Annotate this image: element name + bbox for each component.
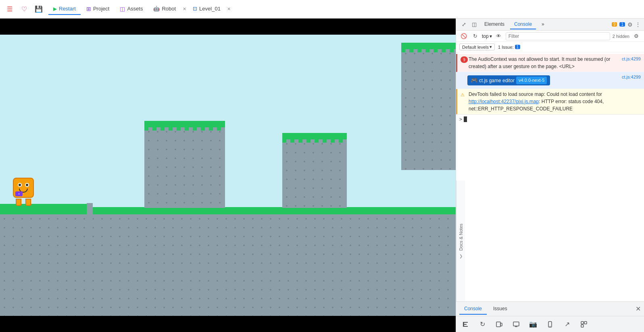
svg-rect-7	[515, 326, 517, 327]
tab-restart[interactable]: ▶ Restart	[48, 3, 81, 15]
restart-play-icon: ▶	[53, 6, 57, 12]
tab-level01-label: Level_01	[199, 6, 221, 12]
devtools-expand-icon[interactable]: ⤢	[459, 20, 468, 29]
tab-restart-label: Restart	[59, 6, 76, 12]
robot-leg-right	[25, 199, 31, 206]
ctjs-badge-text: ct.js game editor	[479, 77, 515, 84]
tab-elements[interactable]: Elements	[480, 20, 509, 29]
robot-leg-left	[16, 199, 21, 206]
devtools-bottom-icons: ↻ 📷 ↗	[456, 316, 644, 332]
ctjs-source[interactable]: ct.js:4299	[619, 74, 641, 81]
bottom-icon-more[interactable]	[579, 320, 588, 329]
bottom-icon-device-mode[interactable]	[495, 320, 504, 329]
svg-rect-3	[464, 326, 468, 327]
black-bar-top	[0, 19, 456, 35]
console-message-ctjs: 🎮 ct.js game editor v4.0.0-next-5 ct.js:…	[456, 72, 644, 89]
bottom-tab-console[interactable]: Console	[459, 303, 487, 315]
devtools-top-tabs: ⤢ ◫ Elements Console » 9 1 ⚙ ⋮	[456, 19, 644, 31]
robot-eye-left	[18, 183, 22, 187]
top-dropdown-arrow: ▾	[490, 33, 492, 39]
error-source[interactable]: ct.js:4299	[619, 56, 641, 62]
tab-group: ▶ Restart ⊞ Project ◫ Assets 🤖 Robot ✕ ⊡…	[48, 3, 232, 15]
svg-point-9	[550, 326, 550, 327]
warn-link[interactable]: http://localhost:42237/pixi.js.map	[469, 99, 539, 104]
svg-rect-6	[513, 322, 519, 326]
issue-badge: 1 Issue: 1	[498, 45, 520, 50]
tab-robot[interactable]: 🤖 Robot	[148, 3, 181, 15]
ctjs-badge-version: v4.0.0-next-5	[516, 77, 547, 84]
ctjs-message-content: 🎮 ct.js game editor v4.0.0-next-5	[467, 74, 619, 87]
top-dropdown[interactable]: top ▾	[482, 33, 492, 39]
default-levels-label: Default levels	[462, 45, 489, 50]
bottom-icon-refresh[interactable]: ↻	[478, 320, 487, 329]
robot-body: +	[13, 178, 34, 198]
error-message-text: The AudioContext was not allowed to star…	[469, 56, 619, 70]
default-levels-arrow: ▾	[490, 44, 492, 50]
info-badge: 1	[619, 22, 625, 27]
platform4	[401, 43, 456, 170]
tab-project[interactable]: ⊞ Project	[81, 3, 114, 15]
platform3	[282, 133, 347, 208]
tab-console[interactable]: Console	[510, 20, 536, 29]
bottom-icon-phone[interactable]	[546, 320, 554, 329]
save-button[interactable]: 💾	[32, 3, 45, 16]
error-icon: 9	[461, 56, 469, 63]
devtools-console-toolbar: 🚫 ↻ top ▾ 👁 2 hidden ⚙	[456, 31, 644, 42]
devtools-toolbar2: Default levels ▾ 1 Issue: 1	[456, 42, 644, 52]
tab-more[interactable]: »	[538, 20, 548, 29]
bottom-icon-inspect[interactable]	[461, 320, 470, 329]
devtools-bottom-tabs: Console Issues ✕	[456, 301, 644, 316]
console-messages[interactable]: 9 The AudioContext was not allowed to st…	[456, 52, 644, 181]
hidden-badge: 2 hidden	[613, 34, 629, 39]
svg-rect-5	[500, 323, 502, 326]
platform1-right-wall	[87, 203, 93, 231]
hamburger-button[interactable]: ☰	[3, 3, 16, 16]
tab-project-label: Project	[93, 6, 109, 12]
refresh-icon[interactable]: ↻	[471, 32, 479, 41]
robot-pupil-right	[26, 184, 28, 186]
warn-badge: 9	[612, 22, 617, 27]
level-icon: ⊡	[193, 6, 197, 12]
chevron-left-icon: ❯	[459, 254, 463, 258]
docs-notes-label: Docs & Notes	[459, 224, 463, 251]
filter-input[interactable]	[506, 32, 610, 40]
svg-rect-0	[463, 322, 464, 327]
devtools-dock-icon[interactable]: ◫	[470, 20, 479, 29]
clear-console-button[interactable]: 🚫	[459, 32, 468, 41]
main-content: + ⤢ ◫ Elements Console	[0, 19, 644, 332]
project-icon: ⊞	[86, 6, 91, 12]
tab-level01[interactable]: ⊡ Level_01	[188, 3, 225, 15]
robot-eyes	[18, 183, 29, 187]
svg-rect-2	[464, 324, 467, 325]
game-canvas: +	[0, 19, 456, 332]
robot-pupil-left	[19, 184, 21, 186]
robot-eye-right	[25, 183, 29, 187]
ground-grass	[0, 207, 456, 214]
ground-platform	[0, 207, 456, 316]
bottom-icon-new-window[interactable]: ↗	[563, 320, 571, 329]
game-viewport: +	[0, 35, 456, 316]
bottom-icon-screenshot[interactable]: 📷	[529, 320, 538, 329]
bottom-tab-issues[interactable]: Issues	[488, 303, 512, 315]
warn-message-text: DevTools failed to load source map: Coul…	[469, 91, 641, 112]
devtools-close-icon[interactable]: ⋮	[635, 21, 641, 28]
favorites-button[interactable]: ♡	[18, 3, 31, 16]
issue-label: 1 Issue:	[498, 45, 514, 50]
bottom-icon-screen[interactable]	[512, 320, 521, 329]
tab-robot-close[interactable]: ✕	[181, 6, 187, 12]
svg-rect-1	[464, 322, 468, 323]
docs-notes-panel[interactable]: Docs & Notes ❯	[456, 181, 465, 301]
robot-gamepad: +	[15, 191, 23, 196]
console-message-error: 9 The AudioContext was not allowed to st…	[456, 54, 644, 72]
default-levels-button[interactable]: Default levels ▾	[459, 44, 495, 50]
console-message-warn: ⚠ DevTools failed to load source map: Co…	[456, 89, 644, 114]
devtools-panel-close[interactable]: ✕	[636, 305, 641, 313]
settings-icon[interactable]: ⚙	[632, 32, 641, 41]
tab-assets[interactable]: ◫ Assets	[115, 3, 148, 15]
svg-rect-4	[496, 322, 500, 327]
devtools-settings-icon[interactable]: ⚙	[627, 21, 633, 28]
tab-level01-close[interactable]: ✕	[226, 6, 232, 12]
eye-icon[interactable]: 👁	[494, 32, 503, 41]
error-count: 9	[461, 56, 468, 63]
svg-rect-11	[584, 322, 587, 324]
